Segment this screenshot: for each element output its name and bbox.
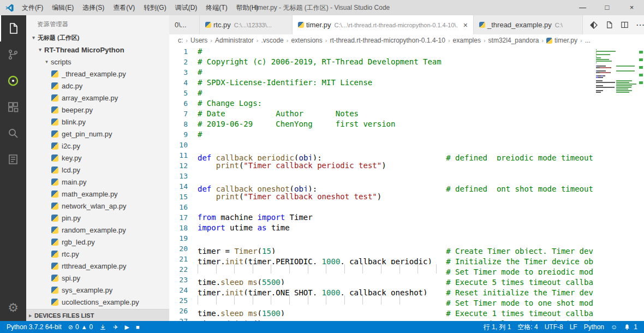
python-interpreter-status[interactable]: Python 3.7.2 64-bit [3,323,65,331]
tree-item-file[interactable]: _thread_example.py [26,68,169,80]
menu-item[interactable]: 编辑(E) [47,0,78,15]
folder-label: scripts [51,58,71,66]
tree-item-file[interactable]: rgb_led.py [26,236,169,248]
minimize-button[interactable]: — [570,0,595,15]
line-number: 9 [169,129,198,140]
folder-item-rt-thread-micropython[interactable]: ▾ RT-Thread MicroPython [26,44,169,56]
folder-item-scripts[interactable]: ▾ scripts [26,56,169,68]
stop-button[interactable]: ■ [133,324,143,330]
tree-item-file[interactable]: rtthread_example.py [26,260,169,272]
menu-item[interactable]: 调试(D) [171,0,202,15]
breadcrumb-item[interactable]: c: [178,37,183,44]
explorer-icon[interactable] [0,15,26,41]
breadcrumb-item[interactable]: Administrator [215,37,254,44]
breadcrumb-item[interactable]: ... [585,37,591,44]
open-file-action-icon[interactable] [605,21,613,29]
source-control-icon[interactable] [0,41,26,68]
maximize-button[interactable]: □ [595,0,619,15]
fast-flash-button[interactable]: ✈ [110,324,121,331]
tree-item-file[interactable]: get_pin_num.py [26,128,169,140]
indentation-status[interactable]: 空格: 4 [514,323,541,332]
line-number: 18 [169,223,198,233]
minimap[interactable] [593,46,644,321]
breadcrumb-item[interactable]: rt-thread.rt-thread-micropython-0.1.4-10 [330,37,445,44]
vscode-window: 文件(F)编辑(E)选择(S)查看(V)转到(G)调试(D)终端(T)帮助(H)… [0,0,644,333]
breadcrumb-label: examples [453,37,481,44]
tab-bar: 0\... rtc.py C:\...\12333\... timer.py C… [169,15,644,34]
feedback-smiley-icon[interactable]: ☺ [607,323,621,332]
tab-timer-py[interactable]: timer.py C:\...\rt-thread.rt-thread-micr… [293,15,474,34]
breadcrumb-item[interactable]: Users [190,37,207,44]
breadcrumb-item[interactable]: examples [453,37,481,44]
tree-item-file[interactable]: random_example.py [26,224,169,236]
tree-item-file[interactable]: spi.py [26,272,169,284]
code-line: 25# Set Timer mode to one shot mode [169,295,593,306]
rt-thread-action-icon[interactable] [589,21,598,29]
breadcrumb-item[interactable]: .vscode [261,37,283,44]
encoding-status[interactable]: UTF-8 [541,323,567,332]
devices-section-label: DEVICES FILES LIST [34,312,94,319]
overview-ruler[interactable] [637,46,644,321]
tab-thread-example-py[interactable]: _thread_example.py C:\ [474,15,583,34]
menu-item[interactable]: 转到(G) [139,0,170,15]
tree-item-file[interactable]: blink.py [26,116,169,128]
menu-item[interactable]: 查看(V) [109,0,139,15]
more-actions-icon[interactable]: ⋯ [636,20,644,30]
editor-actions: ⋯ [583,15,644,34]
breadcrumb-label: Users [190,37,207,44]
tree-item-file[interactable]: sys_example.py [26,284,169,296]
tree-item-file[interactable]: lcd.py [26,164,169,176]
breadcrumb-item[interactable]: stm32l4_pandora [488,37,539,44]
breadcrumb-separator-icon: › [484,37,486,44]
tree-item-file[interactable]: network_wlan_ap.py [26,200,169,212]
device-files-icon[interactable] [0,146,26,173]
tab-truncated[interactable]: 0\... [169,15,200,34]
menu-item[interactable]: 文件(F) [17,0,47,15]
run-button[interactable]: ▶ [121,324,132,331]
code-line: 6# Change Logs: [169,98,593,109]
split-editor-icon[interactable] [621,21,629,29]
tree-item-file[interactable]: i2c.py [26,140,169,152]
code-editor[interactable]: 1#2# Copyright (c) 2006-2019, RT-Thread … [169,46,593,321]
language-mode-status[interactable]: Python [581,323,607,332]
main-area: ⚙ 资源管理器 ▾ 无标题 (工作区) ▾ RT-Thread MicroPyt… [0,15,644,321]
breadcrumb-label: .vscode [261,37,283,44]
tab-label: rtc.py [213,21,231,29]
cursor-position-status[interactable]: 行 1, 列 1 [480,323,515,332]
tree-item-file[interactable]: adc.py [26,80,169,92]
breadcrumb-item[interactable]: timer.py [546,37,577,44]
line-content: time.sleep_ms(5500)# Execute 5 times tim… [198,275,593,285]
tree-item-file[interactable]: ucollections_example.py [26,296,169,308]
close-button[interactable]: × [619,0,644,15]
download-to-device-button[interactable] [96,324,110,331]
problems-status[interactable]: ⊘ 0 ▲ 0 [65,323,96,331]
line-content: # Copyright (c) 2006-2019, RT-Thread Dev… [198,57,593,67]
line-content: time.sleep_ms(1500)# Execute 1 times tim… [198,306,593,316]
tree-item-file[interactable]: array_example.py [26,92,169,104]
close-tab-icon[interactable]: × [463,21,468,29]
tree-item-file[interactable]: main.py [26,176,169,188]
menu-item[interactable]: 终端(T) [201,0,231,15]
stop-icon: ■ [136,324,140,330]
workspace-root-item[interactable]: ▾ 无标题 (工作区) [26,32,169,44]
tree-item-file[interactable]: math_example.py [26,188,169,200]
tab-rtc-py[interactable]: rtc.py C:\...\12333\... [200,15,293,34]
rt-thread-icon[interactable] [0,68,26,94]
tree-item-file[interactable]: beeper.py [26,104,169,116]
devices-files-list-section[interactable]: ▸ DEVICES FILES LIST [26,309,169,321]
search-icon[interactable] [0,120,26,146]
python-file-icon [51,263,58,270]
tree-item-file[interactable]: pin.py [26,212,169,224]
breadcrumb-item[interactable]: extensions [291,37,322,44]
manage-gear-icon[interactable]: ⚙ [0,295,26,321]
notifications-bell[interactable]: 1 [621,323,641,332]
code-line: 19 [169,233,593,243]
tree-item-file[interactable]: rtc.py [26,248,169,260]
file-label: beeper.py [62,106,93,114]
menu-item[interactable]: 选择(S) [78,0,109,15]
line-content: from machine import Timer [198,212,593,223]
eol-status[interactable]: LF [567,323,581,332]
line-content: # Set Timer mode to preiodic mode, set t… [198,264,593,275]
extensions-icon[interactable] [0,94,26,120]
tree-item-file[interactable]: key.py [26,152,169,164]
